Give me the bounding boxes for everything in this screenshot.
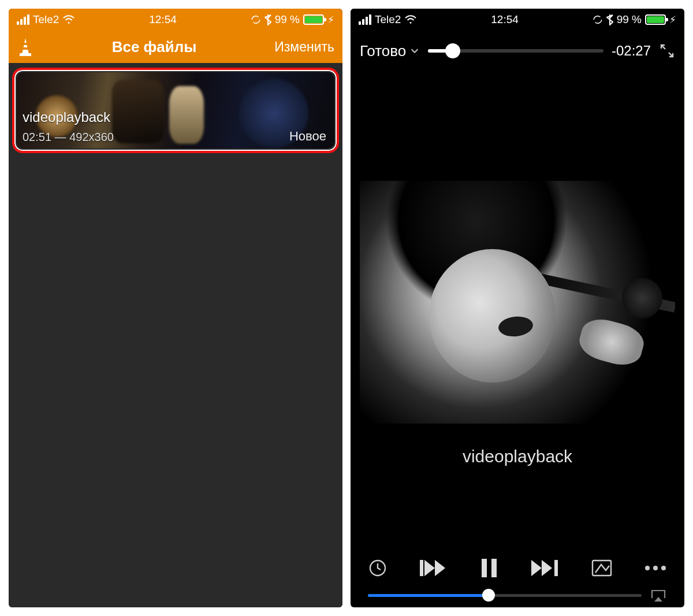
carrier-label: Tele2 [33, 13, 59, 26]
wifi-icon [62, 14, 75, 25]
volume-fill [368, 594, 489, 597]
vlc-player-screen: Tele2 12:54 99 % ⚡︎ Готово -02:27 [351, 9, 684, 607]
svg-point-11 [645, 566, 650, 570]
new-badge: Новое [289, 129, 326, 144]
skip-previous-button[interactable] [419, 556, 449, 580]
carrier-label: Tele2 [375, 13, 401, 26]
volume-row [368, 588, 667, 603]
signal-icon [17, 14, 29, 25]
sync-icon [251, 14, 261, 25]
done-button[interactable]: Готово [360, 42, 420, 60]
sync-icon [593, 14, 603, 25]
svg-rect-2 [23, 47, 28, 50]
svg-point-13 [661, 566, 666, 570]
battery-icon [303, 14, 324, 25]
svg-rect-6 [420, 560, 423, 576]
nav-title: Все файлы [34, 38, 274, 56]
clock-icon[interactable] [368, 558, 388, 578]
clock-label: 12:54 [149, 13, 177, 26]
skip-next-button[interactable] [530, 556, 560, 580]
battery-pct: 99 % [617, 13, 642, 26]
status-bar: Tele2 12:54 99 % ⚡︎ [9, 9, 342, 31]
player-top-bar: Готово -02:27 [351, 31, 684, 71]
clock-label: 12:54 [491, 13, 519, 26]
vlc-cone-icon[interactable] [17, 37, 34, 57]
more-button[interactable] [644, 565, 667, 572]
fullscreen-icon[interactable] [659, 43, 675, 59]
volume-slider[interactable] [368, 594, 642, 597]
status-bar: Tele2 12:54 99 % ⚡︎ [351, 9, 684, 31]
svg-point-0 [68, 22, 70, 24]
svg-rect-3 [20, 53, 31, 56]
vlc-library-screen: Tele2 12:54 99 % ⚡︎ Все файлы Изменить v… [9, 9, 342, 607]
svg-rect-7 [482, 559, 487, 577]
wifi-icon [404, 14, 417, 25]
edit-button[interactable]: Изменить [274, 39, 334, 55]
nav-bar: Все файлы Изменить [9, 31, 342, 63]
seek-knob[interactable] [445, 43, 460, 58]
svg-rect-8 [491, 559, 497, 577]
aspect-ratio-icon[interactable] [591, 559, 613, 577]
volume-knob[interactable] [482, 589, 495, 602]
video-title: videoplayback [23, 109, 110, 125]
svg-point-4 [410, 22, 412, 24]
video-viewport[interactable] [360, 181, 675, 424]
bluetooth-icon [606, 14, 613, 25]
signal-icon [359, 14, 371, 25]
chevron-down-icon [409, 46, 420, 56]
charging-icon: ⚡︎ [327, 14, 334, 26]
bluetooth-icon [264, 14, 271, 25]
time-remaining: -02:27 [612, 43, 651, 59]
seek-slider[interactable] [428, 49, 603, 53]
video-meta: 02:51 — 492x360 [23, 131, 114, 144]
svg-rect-1 [23, 43, 28, 45]
player-controls [351, 556, 684, 580]
video-list-item[interactable]: videoplayback 02:51 — 492x360 Новое [12, 68, 339, 153]
svg-point-12 [653, 566, 658, 570]
video-list: videoplayback 02:51 — 492x360 Новое [9, 63, 342, 607]
svg-rect-9 [554, 560, 558, 576]
battery-pct: 99 % [275, 13, 300, 26]
now-playing-title: videoplayback [351, 447, 684, 466]
airplay-icon[interactable] [650, 588, 667, 603]
pause-button[interactable] [479, 556, 499, 580]
battery-icon [645, 14, 666, 25]
charging-icon: ⚡︎ [669, 14, 676, 26]
